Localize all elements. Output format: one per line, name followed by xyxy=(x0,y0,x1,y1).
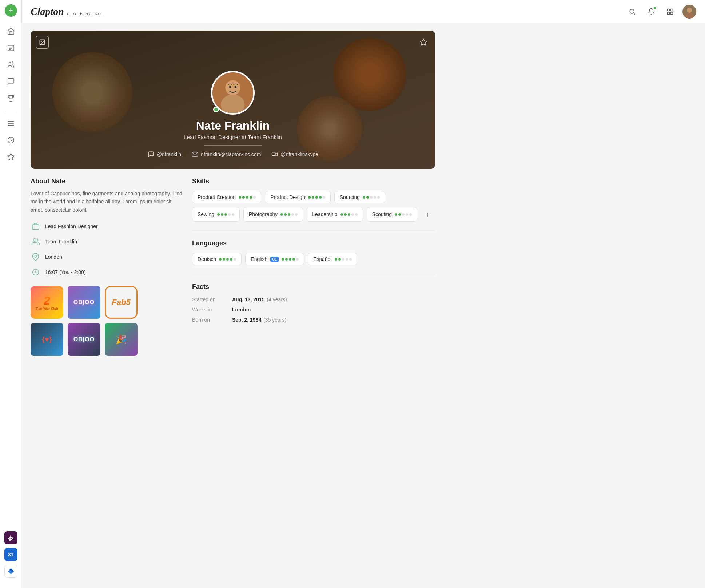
user-avatar-header[interactable] xyxy=(682,5,696,19)
svg-point-4 xyxy=(9,62,11,64)
profile-divider xyxy=(204,145,262,146)
team-text: Team Franklin xyxy=(45,239,77,245)
sidebar-item-star[interactable] xyxy=(4,150,18,164)
fact-label: Started on xyxy=(192,297,225,302)
svg-point-32 xyxy=(35,255,37,258)
lang-label: Deutsch xyxy=(198,256,216,262)
profile-title: Lead Fashion Designer at Team Franklin xyxy=(184,134,282,140)
slack-app-icon[interactable] xyxy=(4,531,17,544)
skill-product-design[interactable]: Product Design xyxy=(265,191,331,203)
favorite-button[interactable] xyxy=(417,36,430,49)
email-text: nfranklin@clapton-inc.com xyxy=(201,151,261,157)
fact-started-on: Started on Aug. 13, 2015(4 years) xyxy=(192,297,435,302)
right-column: Skills Product Creation xyxy=(192,178,435,356)
lang-dots xyxy=(335,258,352,261)
svg-rect-15 xyxy=(671,12,673,14)
sidebar-item-home[interactable] xyxy=(4,24,18,39)
sticker-ob100-2[interactable]: OB|OO xyxy=(68,323,100,356)
dot-1 xyxy=(363,196,365,199)
dot-1 xyxy=(340,213,343,216)
lang-english[interactable]: English C1 xyxy=(245,253,304,265)
dot-4 xyxy=(351,213,354,216)
skills-section: Skills Product Creation xyxy=(192,178,435,222)
message-icon xyxy=(147,151,155,158)
skill-label: Sewing xyxy=(198,211,214,217)
sticker-heart[interactable]: {♥} xyxy=(31,323,63,356)
add-skill-button[interactable]: + xyxy=(421,208,434,222)
svg-rect-0 xyxy=(8,45,14,51)
dot-5 xyxy=(409,213,412,216)
fact-sub: (35 years) xyxy=(263,317,286,323)
profile-name: Nate Franklin xyxy=(196,119,270,132)
skill-label: Product Design xyxy=(270,194,305,200)
sidebar-item-clock[interactable] xyxy=(4,133,18,147)
header-actions xyxy=(626,5,696,19)
info-job-title: Lead Fashion Designer xyxy=(31,221,183,231)
sticker-two-year-club[interactable]: 2 Two Year Club xyxy=(31,286,63,319)
profile-page: Nate Franklin Lead Fashion Designer at T… xyxy=(22,23,444,363)
dot-2 xyxy=(344,213,347,216)
skill-dots xyxy=(340,213,358,216)
lang-label: English xyxy=(251,256,267,262)
profile-body: About Nate Lover of Cappuccinos, fine ga… xyxy=(31,178,435,356)
contact-skype[interactable]: @nfranklinskype xyxy=(271,151,318,158)
sticker-fab5[interactable]: Fab5 xyxy=(105,286,138,319)
languages-grid: Deutsch English C1 xyxy=(192,253,435,265)
info-list: Lead Fashion Designer Team Franklin xyxy=(31,221,183,277)
apps-grid-button[interactable] xyxy=(664,5,677,18)
lang-espanol[interactable]: Español xyxy=(308,253,357,265)
fact-value: Aug. 13, 2015(4 years) xyxy=(232,297,287,302)
lang-dots xyxy=(219,258,236,261)
change-banner-button[interactable] xyxy=(36,36,49,49)
dot-3 xyxy=(402,213,405,216)
languages-section: Languages Deutsch xyxy=(192,239,435,265)
skill-dots xyxy=(217,213,234,216)
top-header: Clapton Clothing Co. xyxy=(22,0,705,23)
sidebar-item-menu[interactable] xyxy=(4,116,18,131)
lang-deutsch[interactable]: Deutsch xyxy=(192,253,242,265)
skill-sourcing[interactable]: Sourcing xyxy=(334,191,385,203)
dot-3 xyxy=(370,196,373,199)
about-title: About Nate xyxy=(31,178,183,185)
sidebar-item-news[interactable] xyxy=(4,41,18,55)
dot-3 xyxy=(315,196,318,199)
fact-label: Works in xyxy=(192,307,225,313)
dot-5 xyxy=(355,213,358,216)
dot-1 xyxy=(395,213,397,216)
sidebar-apps: 31 xyxy=(4,531,17,584)
dot-5 xyxy=(323,196,325,199)
add-button[interactable]: + xyxy=(5,4,17,17)
main-content: Clapton Clothing Co. xyxy=(22,0,705,588)
sidebar-item-trophy[interactable] xyxy=(4,91,18,106)
video-icon xyxy=(271,151,278,158)
sticker-ob100-1[interactable]: OB|OO xyxy=(68,286,100,319)
dot-1 xyxy=(217,213,220,216)
sidebar-item-messages[interactable] xyxy=(4,74,18,89)
search-button[interactable] xyxy=(626,5,639,18)
calendar-app-icon[interactable]: 31 xyxy=(4,548,17,561)
contact-email[interactable]: nfranklin@clapton-inc.com xyxy=(191,151,261,158)
jira-app-icon[interactable] xyxy=(4,565,17,578)
skill-leadership[interactable]: Leadership xyxy=(307,207,363,222)
sticker-party[interactable]: 🎉 xyxy=(105,323,138,356)
job-title-text: Lead Fashion Designer xyxy=(45,223,98,229)
banner-content: Nate Franklin Lead Fashion Designer at T… xyxy=(31,86,435,169)
sidebar-item-people[interactable] xyxy=(4,57,18,72)
fact-value: Sep. 2, 1984(35 years) xyxy=(232,317,286,323)
svg-point-26 xyxy=(235,86,237,88)
skill-sewing[interactable]: Sewing xyxy=(192,207,240,222)
skill-photography[interactable]: Photography xyxy=(243,207,303,222)
location-icon xyxy=(31,252,41,262)
skill-product-creation[interactable]: Product Creation xyxy=(192,191,261,203)
notifications-button[interactable] xyxy=(645,5,658,18)
svg-rect-29 xyxy=(32,225,39,230)
profile-avatar-wrap xyxy=(211,71,255,115)
dot-1 xyxy=(280,213,283,216)
dot-1 xyxy=(239,196,241,199)
skill-scouting[interactable]: Scouting xyxy=(367,207,417,222)
fact-sub: (4 years) xyxy=(267,297,287,302)
lang-badge: C1 xyxy=(270,257,279,262)
skill-label: Photography xyxy=(249,211,278,217)
contact-username[interactable]: @nfranklin xyxy=(147,151,181,158)
about-section: About Nate Lover of Cappuccinos, fine ga… xyxy=(31,178,183,214)
